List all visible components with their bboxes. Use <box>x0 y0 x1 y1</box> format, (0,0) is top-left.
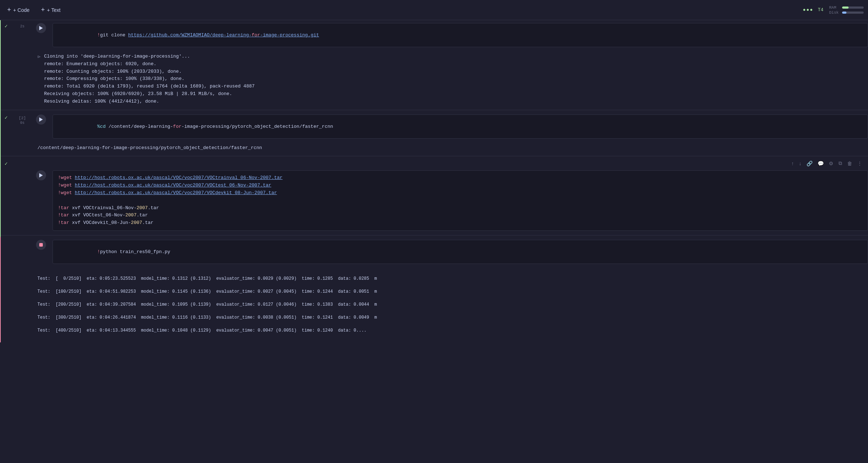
cell-2-code[interactable]: %cd /content/deep-learning-for-image-pro… <box>53 114 868 139</box>
add-text-label: + Text <box>47 7 61 13</box>
cell-2-output-text: /content/deep-learning-for-image-process… <box>37 145 262 150</box>
plus-icon: + <box>7 6 11 14</box>
top-toolbar: + + Code + + Text ●●● T4 RAM Disk <box>0 0 868 20</box>
code-cd-cmd: %cd <box>97 124 105 129</box>
cell-4: !python train_res50_fpn.py Test: [ 0/251… <box>0 237 868 342</box>
cell-4-output-line-2: Test: [200/2510] eta: 0:04:39.207584 mod… <box>37 302 377 307</box>
disk-bar <box>842 12 864 14</box>
cell-3: ✓ ↑ ↓ 🔗 💬 ⚙ ⧉ 🗑 ⋮ <box>0 158 868 237</box>
cell-1-timing-gutter: 2s <box>12 23 33 28</box>
tar-args-3: xvf VOCdevkit_08-Jun-2007.tar <box>72 220 153 225</box>
cell-1-divider <box>1 110 868 110</box>
cell-2-output: /content/deep-learning-for-image-process… <box>33 141 868 155</box>
wget-url-2: http://host.robots.ox.ac.uk/pascal/VOC/v… <box>75 183 271 188</box>
cell-1-output-icon: ⊳ Cloning into 'deep-learning-for-image-… <box>37 53 864 105</box>
wget-cmd-3: !wget <box>58 190 72 195</box>
cell-4-input-row: !python train_res50_fpn.py <box>12 237 868 267</box>
cell-3-more-button[interactable]: ⋮ <box>856 159 864 167</box>
cell-2-gutter: ✓ <box>1 112 12 121</box>
tar-args-1: xvf VOCtrainval_06-Nov-2007.tar <box>72 205 159 211</box>
wget-url-1: http://host.robots.ox.ac.uk/pascal/VOC/v… <box>75 175 282 180</box>
cell-1-output-text: Cloning into 'deep-learning-for-image-pr… <box>44 53 254 105</box>
cell-2-divider <box>1 156 868 156</box>
cell-2-timing: 0s <box>20 121 24 125</box>
cell-2-main: [2] 0s %cd /content/deep-learning-for-im… <box>12 112 868 155</box>
cell-3-comment-button[interactable]: 💬 <box>816 159 825 167</box>
disk-label: Disk <box>829 10 840 15</box>
cell-1-gutter: ✓ <box>1 20 12 29</box>
cell-3-input-row: !wget http://host.robots.ox.ac.uk/pascal… <box>12 167 868 234</box>
ram-bar <box>842 6 864 9</box>
output-arrow-icon: ⊳ <box>37 54 40 60</box>
cell-3-link-button[interactable]: 🔗 <box>805 159 814 167</box>
code-cd-path: /content/deep-learning-for-image-process… <box>106 124 333 129</box>
cell-1-timing: 2s <box>20 24 24 28</box>
cell-2-check: ✓ <box>5 114 8 121</box>
play-icon-2 <box>39 117 43 122</box>
wget-cmd-1: !wget <box>58 175 72 180</box>
add-text-button[interactable]: + + Text <box>38 5 63 15</box>
cell-4-timing-gutter <box>12 240 33 241</box>
plus-icon-2: + <box>41 6 45 14</box>
ram-bar-fill <box>842 6 849 9</box>
code-url: https://github.com/WZMIAOMIAO/deep-learn… <box>128 32 319 38</box>
cell-1-output: ⊳ Cloning into 'deep-learning-for-image-… <box>33 50 868 108</box>
cell-3-code[interactable]: !wget http://host.robots.ox.ac.uk/pascal… <box>53 170 868 231</box>
cell-3-run-button[interactable] <box>36 170 46 180</box>
cell-4-output: Test: [ 0/2510] eta: 0:05:23.525523 mode… <box>12 267 868 342</box>
python-bang: ! <box>97 249 100 255</box>
add-code-label: + Code <box>13 7 30 13</box>
add-code-button[interactable]: + + Code <box>4 5 32 15</box>
cell-2-input-row: [2] 0s %cd /content/deep-learning-for-im… <box>12 112 868 141</box>
cell-1-input-row: 2s !git clone https://github.com/WZMIAOM… <box>12 20 868 50</box>
svg-marker-0 <box>39 26 43 30</box>
tar-cmd-1: !tar <box>58 205 69 211</box>
cell-1-check: ✓ <box>5 23 8 29</box>
cell-1-run-button[interactable] <box>36 23 46 33</box>
cell-1-main: 2s !git clone https://github.com/WZMIAOM… <box>12 20 868 108</box>
cell-3-delete-button[interactable]: 🗑 <box>846 159 854 167</box>
status-area: ●●● T4 <box>803 7 823 13</box>
python-cmd: python train_res50_fpn.py <box>100 249 170 255</box>
cell-4-gutter <box>1 237 12 240</box>
cell-2-timing-gutter: [2] 0s <box>12 114 33 125</box>
cell-1: ✓ 2s !git clone https://github.com/WZMIA… <box>0 20 868 112</box>
cell-3-timing-gutter <box>12 170 33 172</box>
cell-3-gutter: ✓ <box>1 158 12 167</box>
cell-3-move-up-button[interactable]: ↑ <box>790 159 795 167</box>
cell-3-move-down-button[interactable]: ↓ <box>797 159 803 167</box>
cell-4-main: !python train_res50_fpn.py Test: [ 0/251… <box>12 237 868 342</box>
ram-label: RAM <box>829 5 840 10</box>
cell-3-check: ✓ <box>5 161 8 167</box>
cell-2-run-button[interactable] <box>36 114 46 125</box>
code-text: git clone <box>100 32 128 38</box>
code-span: ! <box>97 32 100 38</box>
tar-args-2: xvf VOCtest_06-Nov-2007.tar <box>72 212 148 218</box>
cell-2: ✓ [2] 0s %cd /content/deep-lea <box>0 112 868 158</box>
svg-rect-3 <box>39 243 43 247</box>
cell-3-divider <box>1 235 868 235</box>
cell-1-code[interactable]: !git clone https://github.com/WZMIAOMIAO… <box>53 23 868 47</box>
play-icon <box>39 26 43 30</box>
cell-2-counter: [2] <box>19 116 26 120</box>
disk-bar-fill <box>842 12 846 14</box>
cell-3-main: ↑ ↓ 🔗 💬 ⚙ ⧉ 🗑 ⋮ <box>12 158 868 234</box>
stop-icon <box>39 243 43 247</box>
svg-marker-1 <box>39 117 43 122</box>
cell-4-code[interactable]: !python train_res50_fpn.py <box>53 240 868 264</box>
cell-4-output-line-1: Test: [100/2510] eta: 0:04:51.982253 mod… <box>37 289 377 294</box>
runtime-label: T4 <box>818 7 823 13</box>
connection-dots: ●●● <box>803 7 813 13</box>
ram-disk-indicator: RAM Disk <box>829 5 864 15</box>
play-icon-3 <box>39 173 43 177</box>
cell-4-output-line-4: Test: [400/2510] eta: 0:04:13.344555 mod… <box>37 328 367 333</box>
tar-cmd-3: !tar <box>58 220 69 225</box>
svg-marker-2 <box>39 173 43 177</box>
wget-url-3: http://host.robots.ox.ac.uk/pascal/VOC/v… <box>75 190 277 195</box>
notebook: ✓ 2s !git clone https://github.com/WZMIA… <box>0 20 868 342</box>
cell-4-stop-button[interactable] <box>36 240 46 250</box>
cell-3-copy-button[interactable]: ⧉ <box>837 159 844 167</box>
cell-4-output-line-3: Test: [300/2510] eta: 0:04:26.441874 mod… <box>37 315 377 320</box>
cell-3-settings-button[interactable]: ⚙ <box>827 159 835 167</box>
cell-4-output-line-0: Test: [ 0/2510] eta: 0:05:23.525523 mode… <box>37 276 377 281</box>
